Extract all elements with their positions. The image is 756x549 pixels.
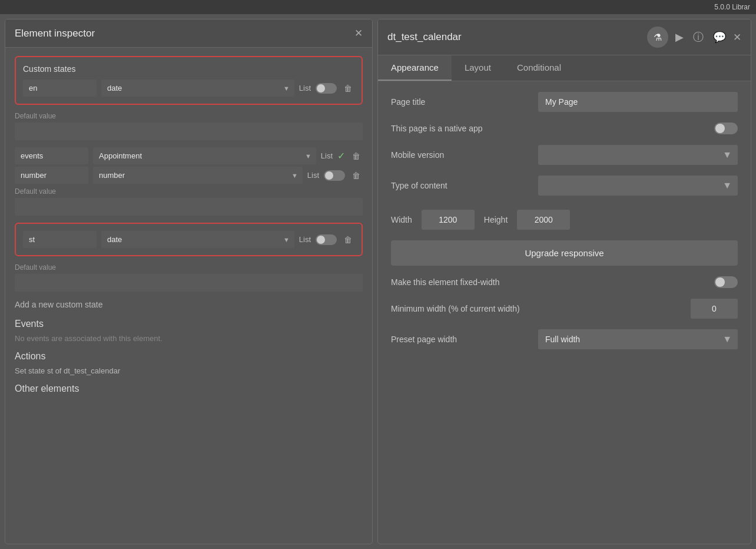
default-value-label-3: Default value	[15, 263, 56, 272]
panel-header: Element inspector ✕	[5, 19, 372, 48]
no-events-text: No events are associated with this eleme…	[15, 334, 363, 343]
tab-layout[interactable]: Layout	[452, 55, 504, 81]
events-title: Events	[15, 319, 363, 329]
default-value-3: Default value	[15, 262, 363, 292]
actions-title: Actions	[15, 351, 363, 362]
right-panel: dt_test_calendar ⚗ ▶ ⓘ 💬 ✕ Appearance La…	[377, 19, 751, 544]
preset-page-width-select[interactable]: Full width	[538, 329, 738, 349]
custom-states-box-1: Custom states date ▼ List 🗑	[15, 56, 363, 105]
other-elements-title: Other elements	[15, 383, 363, 394]
width-input[interactable]	[422, 210, 475, 230]
default-value-label-1: Default value	[15, 112, 56, 120]
default-value-label-2: Default value	[15, 187, 56, 196]
toggle-number[interactable]	[324, 170, 345, 181]
close-right-panel-button[interactable]: ✕	[733, 31, 741, 44]
delete-state-st[interactable]: 🗑	[341, 234, 354, 246]
custom-states-title: Custom states	[23, 64, 354, 74]
info-button[interactable]: ⓘ	[691, 28, 706, 47]
header-icons: ⚗ ▶ ⓘ 💬 ✕	[647, 27, 741, 48]
state-name-st[interactable]	[23, 231, 97, 248]
mobile-version-row: Mobile version ▼	[391, 145, 738, 165]
list-label-events: List	[321, 151, 333, 160]
tabs-bar: Appearance Layout Conditional	[378, 55, 751, 81]
state-name-en[interactable]	[23, 80, 97, 97]
state-name-events[interactable]	[15, 147, 88, 164]
state-type-en[interactable]: date	[101, 80, 294, 97]
add-custom-state-link[interactable]: Add a new custom state	[15, 300, 363, 309]
list-label-en: List	[299, 84, 311, 92]
list-label-number: List	[307, 171, 319, 180]
flask-button[interactable]: ⚗	[647, 27, 668, 48]
type-of-content-select[interactable]	[538, 176, 738, 196]
page-title-label: Page title	[391, 97, 538, 107]
state-row-number: number ▼ List 🗑	[15, 167, 363, 184]
state-type-st[interactable]: date	[101, 231, 294, 248]
height-label: Height	[484, 215, 508, 224]
fixed-width-toggle[interactable]	[714, 276, 738, 288]
play-button[interactable]: ▶	[673, 28, 686, 46]
min-width-input[interactable]	[691, 299, 738, 319]
toggle-en[interactable]	[316, 83, 337, 94]
chat-button[interactable]: 💬	[711, 28, 728, 46]
min-width-row: Minimum width (% of current width)	[391, 299, 738, 319]
preset-page-width-label: Preset page width	[391, 335, 538, 344]
native-app-row: This page is a native app	[391, 123, 738, 134]
delete-state-en[interactable]: 🗑	[341, 82, 354, 94]
default-value-1: Default value	[15, 111, 363, 140]
page-title-row: Page title	[391, 92, 738, 112]
tab-appearance[interactable]: Appearance	[378, 55, 452, 81]
width-height-row: Width Height	[391, 210, 738, 230]
fixed-width-label: Make this element fixed-width	[391, 277, 714, 287]
custom-states-box-2: date ▼ List 🗑	[15, 223, 363, 256]
native-app-toggle[interactable]	[714, 123, 738, 134]
delete-state-events[interactable]: 🗑	[350, 150, 363, 162]
tab-conditional[interactable]: Conditional	[504, 55, 574, 81]
width-label: Width	[391, 215, 412, 224]
list-label-st: List	[299, 235, 311, 244]
type-of-content-row: Type of content ▼	[391, 176, 738, 196]
check-icon-events: ✓	[337, 150, 345, 161]
toggle-st[interactable]	[316, 234, 337, 245]
state-type-number[interactable]: number	[93, 167, 303, 184]
min-width-label: Minimum width (% of current width)	[391, 304, 681, 313]
panel-content: Custom states date ▼ List 🗑	[5, 48, 372, 544]
state-name-number[interactable]	[15, 167, 88, 184]
version-text: 5.0.0 Librar	[714, 3, 750, 11]
height-input[interactable]	[517, 210, 570, 230]
element-inspector-panel: Element inspector ✕ Custom states date ▼	[5, 19, 373, 544]
close-inspector-button[interactable]: ✕	[354, 27, 363, 39]
preset-page-width-row: Preset page width Full width ▼	[391, 329, 738, 349]
page-title-input[interactable]	[538, 92, 738, 112]
upgrade-responsive-button[interactable]: Upgrade responsive	[391, 240, 738, 266]
fixed-width-row: Make this element fixed-width	[391, 276, 738, 288]
mobile-version-select[interactable]	[538, 145, 738, 165]
native-app-label: This page is a native app	[391, 124, 538, 133]
default-value-2: Default value	[15, 186, 363, 216]
right-content: Page title This page is a native app Mob…	[378, 81, 751, 544]
mobile-version-label: Mobile version	[391, 150, 538, 160]
panel-title: Element inspector	[15, 28, 95, 39]
action-item[interactable]: Set state st of dt_test_calendar	[15, 366, 363, 375]
delete-state-number[interactable]: 🗑	[350, 170, 363, 181]
state-row-events: Appointment ▼ List ✓ 🗑	[15, 147, 363, 164]
right-panel-header: dt_test_calendar ⚗ ▶ ⓘ 💬 ✕	[378, 19, 751, 55]
page-name: dt_test_calendar	[387, 31, 462, 43]
state-type-events[interactable]: Appointment	[93, 147, 316, 164]
type-of-content-label: Type of content	[391, 181, 538, 190]
